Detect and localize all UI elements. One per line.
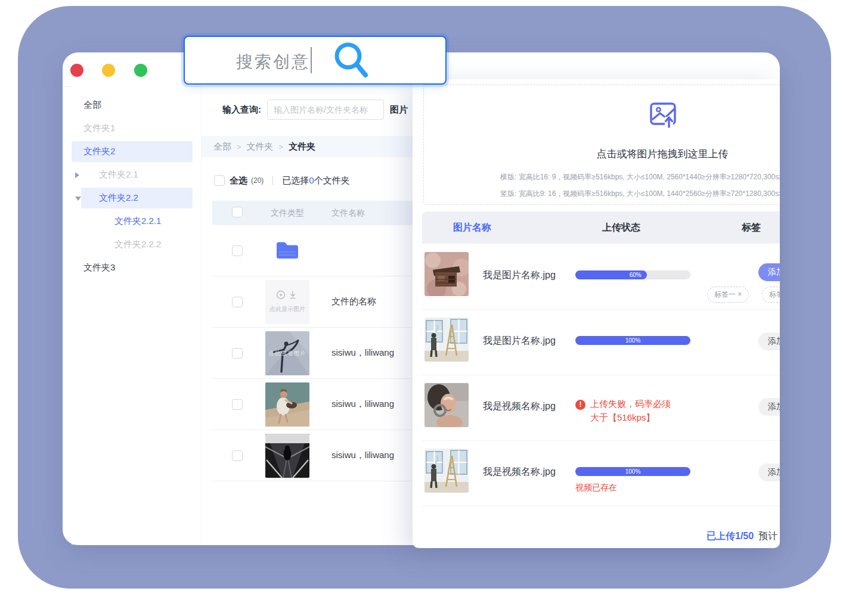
thumbnail-woman-cat-photo[interactable]	[265, 382, 309, 427]
show-image-placeholder[interactable]: 点此显示图片	[265, 280, 309, 324]
sidebar-item-folder2-2-2[interactable]: 文件夹2.2.2	[72, 233, 194, 256]
column-header-image-name[interactable]: 图片名称	[453, 222, 491, 234]
breadcrumb-item[interactable]: 全部	[213, 141, 231, 153]
select-all-row: 全选 (20) 已选择0个文件夹	[214, 170, 350, 191]
progress-bar: 100%	[575, 467, 690, 476]
sidebar-item-label: 文件夹2.2.2	[72, 239, 161, 250]
column-header-upload-status: 上传状态	[602, 222, 640, 234]
upload-table-header: 图片名称 上传状态 标签	[422, 211, 780, 244]
sidebar-item-folder3[interactable]: 文件夹3	[72, 256, 194, 279]
breadcrumb-current: 文件夹	[289, 141, 315, 153]
thumbnail-yoga-photo[interactable]: 点此查看图片	[265, 331, 309, 375]
sidebar-item-all[interactable]: 全部	[72, 94, 194, 117]
sidebar-item-label: 文件夹2.1	[72, 169, 138, 181]
progress-fill: 100%	[575, 467, 690, 476]
sidebar-item-folder2[interactable]: 文件夹2	[72, 140, 194, 163]
divider	[311, 47, 312, 73]
sidebar-item-label: 文件夹2	[72, 146, 115, 157]
error-message-line1: 上传失败，码率必须	[590, 399, 671, 410]
row-checkbox[interactable]	[232, 245, 243, 256]
image-upload-icon	[649, 101, 677, 128]
thumbnail-ladder-photo	[424, 449, 469, 493]
row-checkbox[interactable]	[232, 348, 243, 359]
upload-modal: 点击或将图片拖拽到这里上传 横版: 宽高比16: 9，视频码率≥516kbps,…	[413, 79, 780, 548]
upload-row: 我是视频名称.jpg 100% 视频已存在 添加	[422, 440, 780, 506]
folder-icon[interactable]	[276, 240, 299, 262]
tag-chip-removable[interactable]: 标签一 ×	[707, 287, 749, 303]
header-checkbox[interactable]	[232, 207, 243, 217]
thumbnail-ladder-photo	[424, 318, 469, 362]
selected-text: 已选择0个文件夹	[282, 175, 349, 186]
selected-count: 0	[309, 175, 314, 185]
progress-bar: 60%	[575, 270, 690, 279]
sidebar-item-label: 全部	[72, 99, 101, 111]
maximize-window-button[interactable]	[134, 64, 147, 77]
upload-file-name: 我是视频名称.jpg	[483, 400, 556, 413]
search-creative-bar[interactable]: 搜索创意	[184, 36, 447, 85]
uploaded-count: 已上传1/50	[707, 530, 754, 543]
row-checkbox[interactable]	[232, 450, 243, 461]
dropzone-spec-landscape: 横版: 宽高比16: 9，视频码率≥516kbps, 大小≤100M, 2560…	[500, 172, 780, 182]
progress-fill: 100%	[575, 336, 690, 345]
thumbnail-house-photo	[424, 252, 469, 296]
dropzone-title: 点击或将图片拖拽到这里上传	[424, 147, 780, 161]
progress-label: 100%	[625, 337, 641, 344]
divider	[272, 176, 273, 185]
upload-dropzone[interactable]: 点击或将图片拖拽到这里上传 横版: 宽高比16: 9，视频码率≥516kbps,…	[423, 85, 780, 205]
progress-label: 60%	[630, 272, 642, 278]
upload-file-name: 我是图片名称.jpg	[483, 269, 556, 282]
thumbnail-overlay-text: 点此查看图片	[265, 350, 309, 357]
sidebar-item-folder2-2[interactable]: 文件夹2.2	[72, 186, 194, 210]
sidebar-item-label: 文件夹3	[72, 262, 115, 273]
breadcrumb-item[interactable]: 文件夹	[247, 141, 274, 153]
search-icon[interactable]	[333, 42, 371, 80]
upload-file-name: 我是图片名称.jpg	[483, 335, 556, 347]
select-total: (20)	[251, 176, 264, 185]
duplicate-video-note: 视频已存在	[575, 483, 617, 493]
select-all-label: 全选	[230, 175, 247, 186]
sidebar-item-label: 文件夹1	[72, 123, 115, 134]
column-header-type: 文件类型	[262, 208, 312, 219]
add-tag-button[interactable]: 添加	[758, 263, 780, 281]
estimate-text: 预计	[758, 530, 777, 543]
error-message-line2: 大于【516kps】	[590, 412, 655, 424]
upload-row: 我是图片名称.jpg 60% 添加 标签一 × 标签	[422, 244, 780, 310]
error-icon: !	[575, 400, 585, 410]
add-tag-button[interactable]: 添加	[758, 332, 780, 350]
upload-row: 我是视频名称.jpg ! 上传失败，码率必须 大于【516kps】 添加	[422, 375, 780, 441]
column-header-tags: 标签	[742, 222, 761, 234]
query-input[interactable]	[267, 99, 384, 120]
search-label: 搜索创意	[236, 51, 310, 73]
placeholder-caption: 点此显示图片	[269, 305, 305, 313]
progress-bar: 100%	[575, 336, 690, 345]
sidebar-item-folder2-1[interactable]: 文件夹2.1	[72, 163, 194, 186]
thumbnail-escalator-photo[interactable]	[265, 434, 309, 478]
close-window-button[interactable]	[70, 64, 83, 77]
dropzone-spec-portrait: 竖版: 宽高比9: 16，视频码率≥516kbps, 大小≤100M, 1440…	[500, 189, 780, 199]
thumbnail-woman-photo	[424, 383, 469, 427]
query-row: 输入查询: 图片	[222, 99, 408, 120]
row-checkbox[interactable]	[232, 297, 243, 307]
add-tag-button[interactable]: 添加	[758, 398, 780, 416]
query-type-label: 图片	[390, 104, 408, 116]
folder-tree-sidebar: 全部 文件夹1 文件夹2 文件夹2.1 文件夹2.2 文件夹2.2.1	[72, 86, 194, 545]
upload-row: 我是图片名称.jpg 100% 添加	[422, 309, 780, 375]
select-all-checkbox[interactable]	[214, 175, 225, 186]
breadcrumb-separator: >	[237, 142, 241, 151]
progress-label: 100%	[625, 468, 641, 475]
row-checkbox[interactable]	[232, 399, 243, 410]
sidebar-item-folder2-2-1[interactable]: 文件夹2.2.1	[72, 210, 194, 233]
sidebar-item-label: 文件夹2.2.1	[72, 216, 161, 227]
sidebar-item-folder1[interactable]: 文件夹1	[72, 117, 194, 140]
play-and-download-icons[interactable]	[276, 290, 299, 302]
query-label: 输入查询:	[222, 104, 261, 116]
add-tag-button[interactable]: 添加	[758, 463, 780, 481]
breadcrumb-separator: >	[279, 142, 284, 151]
progress-fill: 60%	[575, 270, 647, 279]
tag-chip[interactable]: 标签	[762, 287, 780, 303]
sidebar-item-label: 文件夹2.2	[72, 192, 138, 204]
minimize-window-button[interactable]	[102, 64, 115, 77]
upload-file-name: 我是视频名称.jpg	[483, 466, 556, 478]
